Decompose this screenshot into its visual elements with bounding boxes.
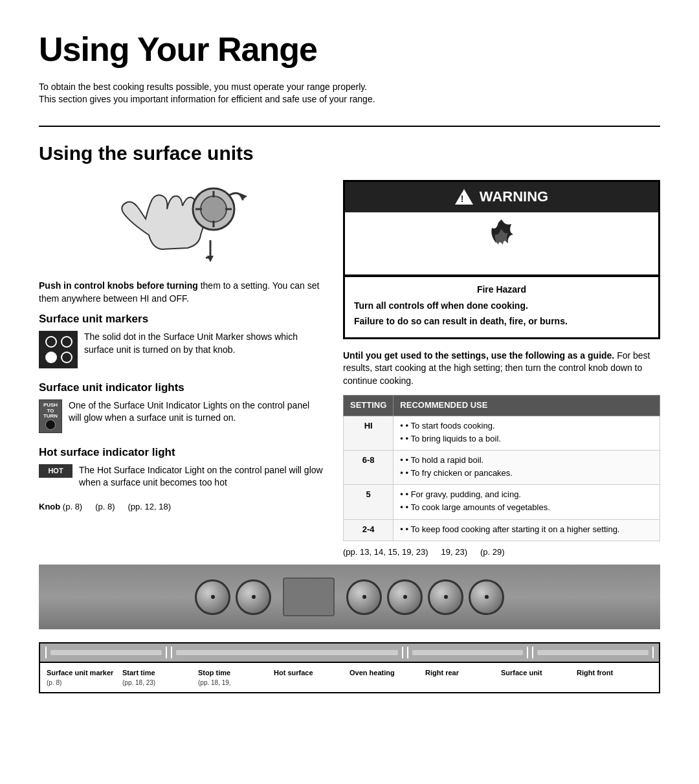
- push-label: PUSH TO TURN: [42, 403, 59, 420]
- hot-surface-section: Hot surface indicator light HOT The Hot …: [39, 445, 324, 489]
- table-row: 6-8• To hold a rapid boil.• To fry chick…: [344, 450, 660, 484]
- page-ref-2: (p. 8): [95, 501, 115, 513]
- fire-hazard-label: Fire Hazard: [354, 284, 649, 297]
- warning-label: WARNING: [480, 187, 548, 207]
- hot-surface-body: The Hot Surface Indicator Light on the c…: [79, 464, 324, 489]
- page-ref-3: (pp. 12, 18): [128, 501, 172, 513]
- use-item: • To keep food cooking after starting it…: [400, 524, 653, 535]
- table-header-row: SETTING RECOMMENDED USE: [344, 396, 660, 416]
- range-image-strip: [39, 565, 660, 629]
- fire-icon: [345, 212, 658, 276]
- use-item: • To bring liquids to a boil.: [400, 433, 653, 445]
- setting-cell: 2-4: [344, 519, 394, 541]
- table-row: 2-4• To keep food cooking after starting…: [344, 519, 660, 541]
- dot-filled-1: [45, 352, 57, 363]
- settings-table: SETTING RECOMMENDED USE HI• To start foo…: [343, 395, 660, 541]
- use-item: • To fry chicken or pancakes.: [400, 467, 653, 479]
- knob-group-left: [195, 579, 271, 615]
- recommended-use-cell: • To start foods cooking.• To bring liqu…: [394, 416, 660, 450]
- knob-svg: [110, 183, 252, 267]
- setting-cell: 6-8: [344, 450, 394, 484]
- page-ref-4: (pp. 13, 14, 15, 19, 23): [343, 546, 428, 558]
- range-knob-5: [428, 579, 463, 615]
- use-item: • For gravy, pudding, and icing.: [400, 489, 653, 500]
- bottom-label-surface-unit: Surface unit: [501, 668, 577, 688]
- marker-row: The solid dot in the Surface Unit Marker…: [39, 331, 324, 368]
- use-item: • To hold a rapid boil.: [400, 454, 653, 466]
- col-recommended: RECOMMENDED USE: [394, 396, 660, 416]
- page-refs-row: Knob (p. 8) (p. 8) (pp. 12, 18): [39, 501, 324, 513]
- push-in-description: Push in control knobs before turning the…: [39, 280, 324, 305]
- use-item: • To start foods cooking.: [400, 420, 653, 432]
- hot-surface-title: Hot surface indicator light: [39, 445, 324, 460]
- range-knob-4: [387, 579, 423, 615]
- range-knob-6: [469, 579, 504, 615]
- dot-hollow-1: [45, 336, 57, 348]
- recommended-use-cell: • To hold a rapid boil.• To fry chicken …: [394, 450, 660, 484]
- section-title: Using the surface units: [39, 140, 660, 167]
- dot-hollow-3: [61, 352, 72, 363]
- left-column: Push in control knobs before turning the…: [39, 180, 324, 558]
- divider: [39, 126, 660, 127]
- range-control-panel: [283, 577, 335, 616]
- bottom-labels-row: Surface unit marker (p. 8) Start time (p…: [40, 663, 659, 692]
- warning-box: WARNING Fire Hazard Turn all controls of…: [343, 180, 660, 339]
- warning-header: WARNING: [345, 182, 658, 212]
- table-row: HI• To start foods cooking.• To bring li…: [344, 416, 660, 450]
- svg-marker-7: [207, 256, 214, 262]
- hot-label: HOT: [48, 467, 63, 475]
- warning-body: Fire Hazard Turn all controls off when d…: [345, 276, 658, 337]
- intro-text: To obtain the best cooking results possi…: [39, 81, 375, 106]
- right-page-refs: (pp. 13, 14, 15, 19, 23) 19, 23) (p. 29): [343, 546, 660, 558]
- bottom-diagram: Surface unit marker (p. 8) Start time (p…: [39, 642, 660, 693]
- setting-cell: HI: [344, 416, 394, 450]
- use-item: • To cook large amounts of vegetables.: [400, 502, 653, 513]
- col-setting: SETTING: [344, 396, 394, 416]
- surface-markers-section: Surface unit markers The solid dot in th…: [39, 311, 324, 368]
- bottom-label-stop-time: Stop time (pp. 18, 19,: [198, 668, 274, 688]
- push-in-bold: Push in control knobs before turning: [39, 280, 198, 291]
- hot-surface-row: HOT The Hot Surface Indicator Light on t…: [39, 464, 324, 489]
- surface-markers-body: The solid dot in the Surface Unit Marker…: [84, 331, 324, 356]
- warning-line2: Failure to do so can result in death, fi…: [354, 315, 649, 328]
- bottom-label-start-time: Start time (pp. 18, 23): [122, 668, 198, 688]
- hot-box-image: HOT: [39, 464, 72, 478]
- indicator-lights-title: Surface unit indicator lights: [39, 380, 324, 396]
- setting-cell: 5: [344, 485, 394, 519]
- table-row: 5• For gravy, pudding, and icing.• To co…: [344, 485, 660, 519]
- surface-markers-title: Surface unit markers: [39, 311, 324, 327]
- bottom-label-right-rear: Right rear: [425, 668, 501, 688]
- indicator-light-dot: [45, 420, 56, 430]
- dot-hollow-2: [61, 336, 72, 348]
- indicator-lights-body: One of the Surface Unit Indicator Lights…: [69, 399, 324, 425]
- knob-illustration: [39, 180, 324, 271]
- main-content: Push in control knobs before turning the…: [39, 180, 660, 558]
- indicator-box-image: PUSH TO TURN: [39, 399, 62, 433]
- diagram-strip: [40, 644, 659, 663]
- knob-group-right: [346, 579, 504, 615]
- indicator-lights-section: Surface unit indicator lights PUSH TO TU…: [39, 380, 324, 433]
- range-knob-2: [236, 579, 271, 615]
- range-knob-1: [195, 579, 230, 615]
- bottom-label-hot-surface: Hot surface: [274, 668, 350, 688]
- recommended-use-cell: • To keep food cooking after starting it…: [394, 519, 660, 541]
- range-knob-3: [346, 579, 382, 615]
- page-title: Using Your Range: [39, 26, 660, 73]
- bottom-label-surface-unit-marker: Surface unit marker (p. 8): [47, 668, 122, 688]
- page-ref-5: 19, 23): [441, 546, 467, 558]
- marker-box-image: [39, 331, 78, 368]
- flame-svg: [476, 216, 527, 262]
- svg-point-1: [201, 196, 227, 222]
- warning-triangle-icon: [455, 189, 473, 205]
- until-bold: Until you get used to the settings, use …: [343, 350, 614, 361]
- right-column: WARNING Fire Hazard Turn all controls of…: [343, 180, 660, 558]
- indicator-row: PUSH TO TURN One of the Surface Unit Ind…: [39, 399, 324, 433]
- warning-line1: Turn all controls off when done cooking.: [354, 300, 649, 313]
- recommended-use-cell: • For gravy, pudding, and icing.• To coo…: [394, 485, 660, 519]
- until-text: Until you get used to the settings, use …: [343, 350, 660, 388]
- bottom-label-right-front: Right front: [577, 668, 652, 688]
- page-ref-knob: Knob (p. 8): [39, 501, 82, 513]
- page-ref-6: (p. 29): [480, 546, 505, 558]
- bottom-label-oven-heating: Oven heating: [350, 668, 425, 688]
